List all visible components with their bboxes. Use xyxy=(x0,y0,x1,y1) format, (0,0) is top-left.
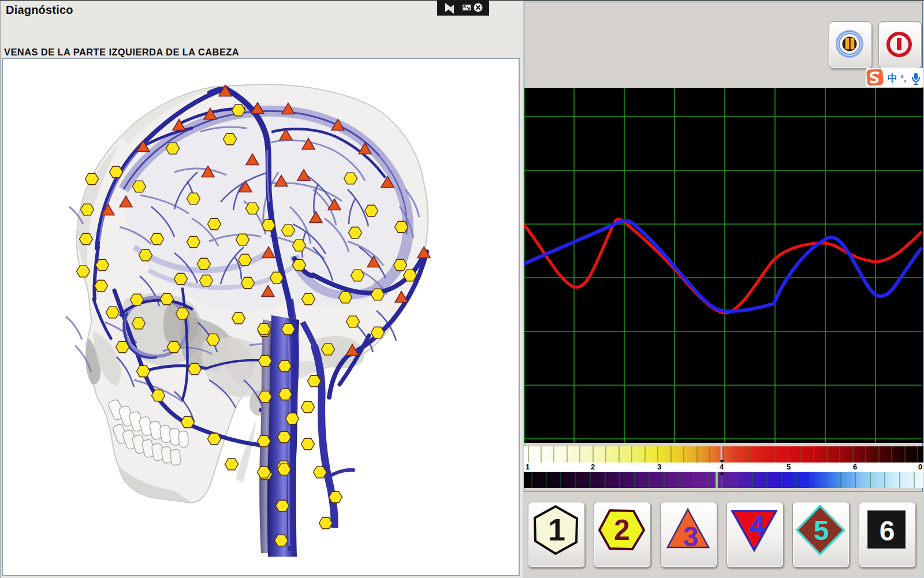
svg-text:3: 3 xyxy=(683,521,699,552)
svg-text:4: 4 xyxy=(750,510,765,541)
svg-text:°,: °, xyxy=(900,73,906,83)
svg-text:5: 5 xyxy=(814,515,829,546)
svg-text:1: 1 xyxy=(548,512,565,547)
svg-text:2: 2 xyxy=(614,514,630,546)
svg-text:6: 6 xyxy=(880,516,895,546)
svg-text:中: 中 xyxy=(888,73,897,84)
